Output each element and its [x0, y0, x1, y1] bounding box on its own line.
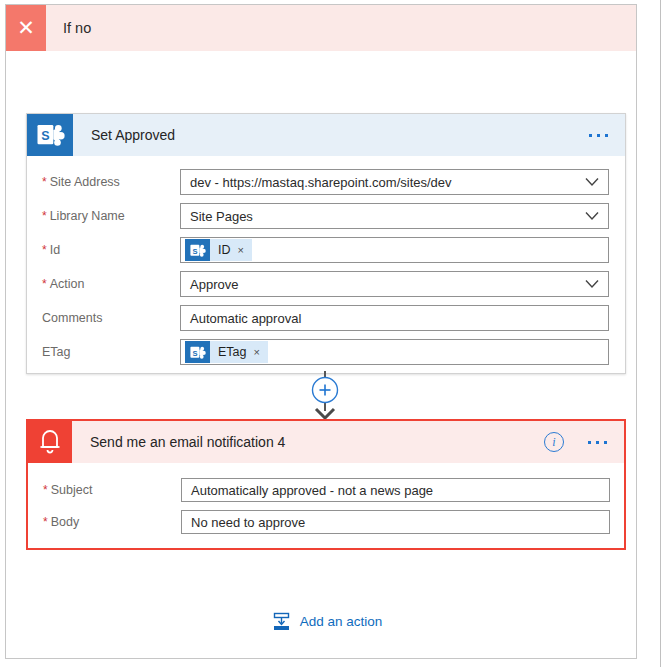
- subject-input[interactable]: Automatically approved - not a news page: [181, 478, 610, 502]
- field-label: * Body: [43, 515, 181, 529]
- field-label: Comments: [42, 311, 180, 325]
- info-icon[interactable]: i: [544, 432, 564, 452]
- email-card-fields: * Subject Automatically approved - not a…: [28, 463, 624, 538]
- field-label: * Id: [42, 243, 180, 257]
- field-label: * Subject: [43, 483, 181, 497]
- library-name-value: Site Pages: [190, 209, 253, 224]
- token-remove-icon[interactable]: ×: [254, 346, 260, 358]
- subject-value: Automatically approved - not a news page: [191, 483, 433, 498]
- required-marker: *: [42, 209, 47, 223]
- email-card-title: Send me an email notification 4: [72, 421, 285, 463]
- close-branch-button[interactable]: ✕: [6, 5, 46, 51]
- required-marker: *: [43, 515, 48, 529]
- chevron-down-icon: [585, 280, 599, 289]
- svg-text:S: S: [192, 348, 197, 357]
- set-approved-header[interactable]: S Set Approved: [27, 114, 625, 156]
- id-dynamic-token[interactable]: S ID ×: [185, 239, 252, 261]
- action-dropdown[interactable]: Approve: [180, 271, 609, 297]
- field-label: * Site Address: [42, 175, 180, 189]
- required-marker: *: [42, 175, 47, 189]
- email-card-header[interactable]: Send me an email notification 4 i: [28, 421, 624, 463]
- sharepoint-token-icon: S: [185, 341, 210, 363]
- field-label: * Action: [42, 277, 180, 291]
- etag-dynamic-token[interactable]: S ETag ×: [185, 341, 268, 363]
- branch-header: ✕ If no: [6, 5, 636, 51]
- field-row-action: * Action Approve: [27, 267, 625, 301]
- site-address-dropdown[interactable]: dev - https://mastaq.sharepoint.com/site…: [180, 169, 609, 195]
- body-value: No need to approve: [191, 515, 305, 530]
- body-input[interactable]: No need to approve: [181, 510, 610, 534]
- svg-text:S: S: [41, 129, 49, 143]
- set-approved-title: Set Approved: [73, 114, 175, 156]
- field-row-etag: ETag S: [27, 335, 625, 369]
- id-input[interactable]: S ID ×: [180, 237, 609, 263]
- field-row-id: * Id S: [27, 233, 625, 267]
- set-approved-fields: * Site Address dev - https://mastaq.shar…: [27, 156, 625, 369]
- sharepoint-icon: S: [27, 114, 73, 156]
- sharepoint-token-icon: S: [185, 239, 210, 261]
- branch-title: If no: [63, 20, 91, 36]
- chevron-down-icon: [585, 212, 599, 221]
- field-label: ETag: [42, 345, 180, 359]
- field-row-body: * Body No need to approve: [28, 506, 624, 538]
- field-row-site-address: * Site Address dev - https://mastaq.shar…: [27, 165, 625, 199]
- add-action-icon: [272, 612, 291, 631]
- comments-value: Automatic approval: [190, 311, 301, 326]
- action-card-set-approved: S Set Approved * Site Address: [26, 113, 626, 374]
- field-row-comments: Comments Automatic approval: [27, 301, 625, 335]
- connector-arrow: [303, 371, 347, 420]
- if-no-branch-container: ✕ If no S Set Approved: [5, 4, 637, 659]
- add-action-row: Add an action: [11, 612, 643, 631]
- required-marker: *: [42, 243, 47, 257]
- ellipsis-menu-icon[interactable]: [588, 441, 607, 444]
- field-row-subject: * Subject Automatically approved - not a…: [28, 474, 624, 506]
- branch-title-bar: If no: [46, 5, 636, 51]
- required-marker: *: [43, 483, 48, 497]
- library-name-dropdown[interactable]: Site Pages: [180, 203, 609, 229]
- add-action-button[interactable]: Add an action: [272, 612, 383, 631]
- panel-edge-divider: [660, 0, 661, 667]
- flow-designer-if-no-branch: ✕ If no S Set Approved: [0, 0, 668, 667]
- token-label: ETag: [218, 345, 247, 359]
- token-remove-icon[interactable]: ×: [238, 244, 244, 256]
- field-label: * Library Name: [42, 209, 180, 223]
- etag-input[interactable]: S ETag ×: [180, 339, 609, 365]
- ellipsis-menu-icon[interactable]: [589, 134, 608, 137]
- svg-text:S: S: [192, 246, 197, 255]
- action-value: Approve: [190, 277, 238, 292]
- close-icon: ✕: [17, 16, 35, 40]
- bell-icon: [28, 421, 72, 463]
- site-address-value: dev - https://mastaq.sharepoint.com/site…: [190, 175, 452, 190]
- token-label: ID: [218, 243, 231, 257]
- add-action-label: Add an action: [300, 614, 383, 629]
- chevron-down-icon: [585, 178, 599, 187]
- action-card-email-notification: Send me an email notification 4 i * Subj…: [26, 419, 626, 550]
- field-row-library-name: * Library Name Site Pages: [27, 199, 625, 233]
- required-marker: *: [42, 277, 47, 291]
- comments-input[interactable]: Automatic approval: [180, 305, 609, 331]
